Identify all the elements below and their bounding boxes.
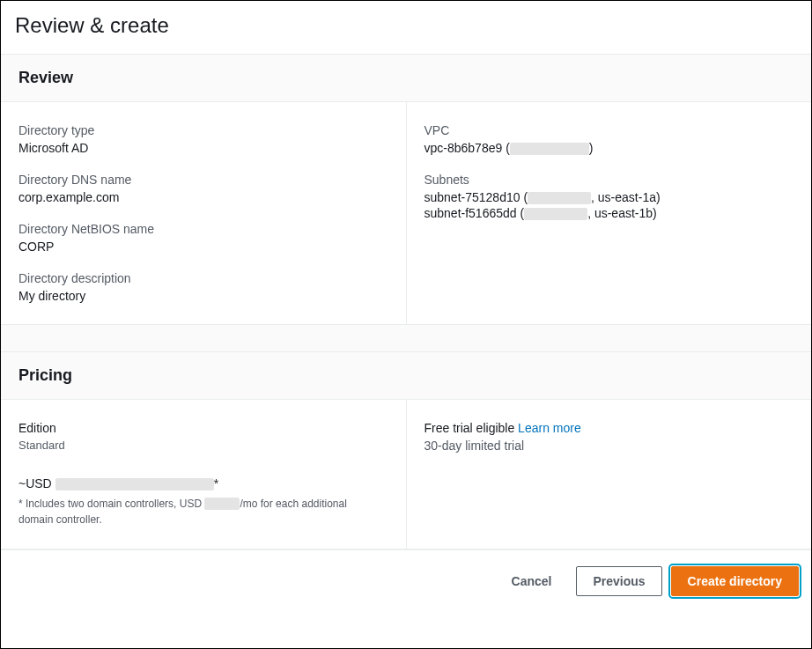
page-title: Review & create (1, 1, 811, 54)
subnet-2-suffix: , us-east-1b) (587, 206, 657, 220)
directory-type-label: Directory type (18, 123, 388, 137)
directory-type-field: Directory type Microsoft AD (18, 123, 388, 155)
subnet-2-prefix: subnet-f51665dd ( (424, 206, 525, 220)
description-field: Directory description My directory (18, 271, 388, 303)
subnets-label: Subnets (424, 173, 794, 187)
description-label: Directory description (18, 271, 388, 285)
review-right-column: VPC vpc-8b6b78e9 () Subnets subnet-75128… (407, 102, 812, 324)
edition-label: Edition (18, 421, 388, 435)
pricing-note: * Includes two domain controllers, USD /… (18, 496, 371, 527)
pricing-heading: Pricing (1, 352, 811, 400)
vpc-id-suffix: ) (589, 141, 594, 155)
dns-name-label: Directory DNS name (18, 173, 388, 187)
netbios-name-field: Directory NetBIOS name CORP (18, 222, 388, 254)
dns-name-field: Directory DNS name corp.example.com (18, 173, 388, 204)
subnets-field: Subnets subnet-75128d10 (, us-east-1a) s… (424, 173, 794, 220)
note-prefix: * Includes two domain controllers, USD (18, 498, 204, 510)
pricing-right-column: Free trial eligible Learn more 30-day li… (407, 400, 812, 549)
redacted-block (524, 208, 587, 220)
vpc-field: VPC vpc-8b6b78e9 () (424, 123, 794, 155)
subnet-1-prefix: subnet-75128d10 ( (424, 190, 528, 204)
pricing-left-column: Edition Standard ~USD * * Includes two d… (1, 400, 407, 549)
pricing-cost: ~USD * (18, 476, 388, 490)
learn-more-link[interactable]: Learn more (518, 421, 581, 435)
subnet-2: subnet-f51665dd (, us-east-1b) (424, 206, 794, 220)
subnet-1-suffix: , us-east-1a) (591, 190, 661, 204)
cancel-button[interactable]: Cancel (496, 567, 568, 595)
vpc-label: VPC (424, 123, 794, 137)
redacted-block (510, 143, 589, 155)
previous-button[interactable]: Previous (576, 566, 661, 596)
create-directory-button[interactable]: Create directory (671, 566, 799, 596)
cost-prefix: ~USD (18, 476, 55, 490)
redacted-block (204, 498, 240, 510)
footer-actions: Cancel Previous Create directory (1, 549, 811, 612)
description-value: My directory (18, 289, 388, 303)
vpc-value: vpc-8b6b78e9 () (424, 141, 794, 155)
vpc-id-prefix: vpc-8b6b78e9 ( (424, 141, 510, 155)
review-heading: Review (1, 55, 811, 102)
redacted-block (55, 478, 214, 490)
review-left-column: Directory type Microsoft AD Directory DN… (1, 102, 407, 324)
directory-type-value: Microsoft AD (18, 141, 388, 155)
dns-name-value: corp.example.com (18, 190, 388, 204)
free-trial-row: Free trial eligible Learn more (424, 421, 794, 435)
edition-value: Standard (18, 439, 388, 452)
netbios-name-label: Directory NetBIOS name (18, 222, 388, 236)
subnet-1: subnet-75128d10 (, us-east-1a) (424, 190, 794, 204)
free-trial-label: Free trial eligible (424, 421, 519, 435)
cost-suffix: * (214, 476, 218, 490)
review-section: Review Directory type Microsoft AD Direc… (1, 54, 811, 325)
netbios-name-value: CORP (18, 240, 388, 254)
free-trial-sub: 30-day limited trial (424, 439, 794, 453)
edition-field: Edition Standard (18, 421, 388, 452)
pricing-section: Pricing Edition Standard ~USD * * Includ… (1, 351, 811, 549)
redacted-block (528, 192, 591, 204)
section-spacer (1, 325, 811, 351)
